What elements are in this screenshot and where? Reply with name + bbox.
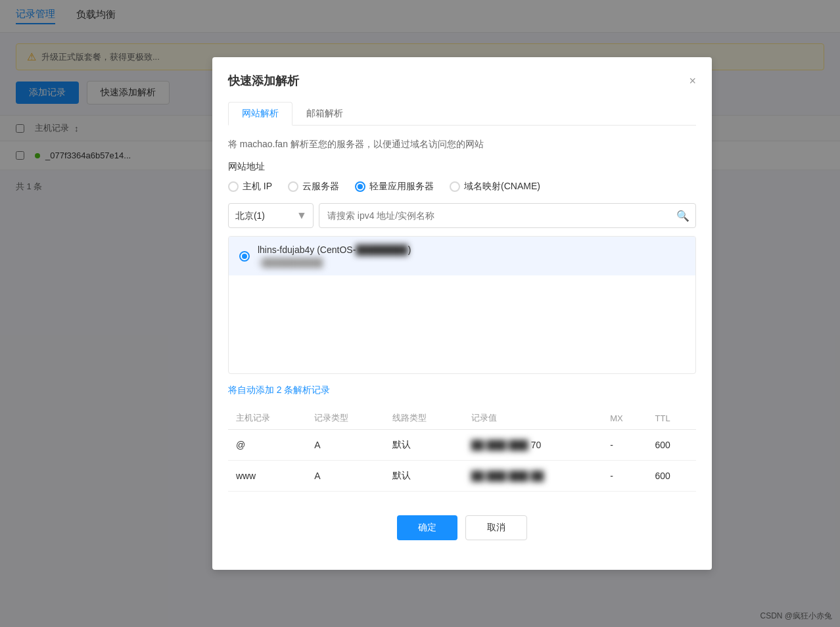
radio-cname[interactable]: 域名映射(CNAME) (450, 181, 540, 193)
radio-circle-cname (450, 181, 460, 192)
row1-type: A (306, 430, 385, 461)
col-ttl: TTL (647, 407, 696, 430)
radio-lightweight-server[interactable]: 轻量应用服务器 (355, 181, 434, 193)
radio-label-lightweight: 轻量应用服务器 (369, 181, 434, 193)
server-search-input[interactable] (319, 203, 696, 228)
modal-tabs: 网站解析 邮箱解析 (228, 102, 696, 126)
row2-type: A (306, 461, 385, 492)
radio-label-cname: 域名映射(CNAME) (464, 181, 540, 193)
modal-title: 快速添加解析 (228, 73, 299, 89)
server-info: lhins-fdujab4y (CentOS-████████) 1██████… (258, 244, 411, 267)
radio-label-cloud: 云服务器 (302, 181, 339, 193)
col-mx: MX (602, 407, 647, 430)
server-item[interactable]: lhins-fdujab4y (CentOS-████████) 1██████… (229, 237, 695, 275)
modal-header: 快速添加解析 × (228, 73, 696, 89)
radio-label-host-ip: 主机 IP (243, 181, 272, 193)
auto-add-notice: 将自动添加 2 条解析记录 (228, 384, 696, 396)
search-input-wrap: 🔍 (319, 203, 696, 228)
server-name: lhins-fdujab4y (CentOS-████████) (258, 244, 411, 255)
close-button[interactable]: × (689, 75, 696, 87)
records-table: 主机记录 记录类型 线路类型 记录值 MX TTL @ A 默认 ██ ███ … (228, 407, 696, 492)
radio-host-ip[interactable]: 主机 IP (228, 181, 272, 193)
region-select-wrap: 北京(1) 上海 广州 深圳 ▼ (228, 203, 314, 228)
server-list[interactable]: lhins-fdujab4y (CentOS-████████) 1██████… (228, 236, 696, 374)
search-icon-button[interactable]: 🔍 (676, 210, 689, 222)
region-select[interactable]: 北京(1) 上海 广州 深圳 (228, 203, 314, 228)
server-name-blurred: ████████ (356, 244, 408, 255)
modal-description: 将 machao.fan 解析至您的服务器，以便通过域名访问您的网站 (228, 139, 696, 151)
modal-dialog: 快速添加解析 × 网站解析 邮箱解析 将 machao.fan 解析至您的服务器… (212, 57, 712, 570)
server-type-radio-group: 主机 IP 云服务器 轻量应用服务器 域名映射(CNAME) (228, 181, 696, 193)
tab-email[interactable]: 邮箱解析 (292, 102, 357, 126)
row2-host: www (228, 461, 306, 492)
col-record-value: 记录值 (463, 407, 603, 430)
tab-website[interactable]: 网站解析 (228, 102, 292, 126)
col-record-type: 记录类型 (306, 407, 385, 430)
confirm-button[interactable]: 确定 (397, 515, 457, 540)
row2-value: ██ ███ ███ ██ (463, 461, 603, 492)
server-selector-row: 北京(1) 上海 广州 深圳 ▼ 🔍 (228, 203, 696, 228)
col-host-record: 主机记录 (228, 407, 306, 430)
radio-cloud-server[interactable]: 云服务器 (288, 181, 339, 193)
modal-footer: 确定 取消 (228, 507, 696, 540)
server-radio-selected (239, 251, 250, 262)
table-row-2: www A 默认 ██ ███ ███ ██ - 600 (228, 461, 696, 492)
server-ip: 1██████████ (258, 258, 411, 267)
row1-ttl: 600 (647, 430, 696, 461)
section-label: 网站地址 (228, 161, 696, 173)
table-row-1: @ A 默认 ██ ███ ███ 70 - 600 (228, 430, 696, 461)
row2-mx: - (602, 461, 647, 492)
radio-circle-cloud (288, 181, 298, 192)
row1-value: ██ ███ ███ 70 (463, 430, 603, 461)
row1-line: 默认 (385, 430, 463, 461)
radio-circle-lightweight (355, 181, 365, 192)
row2-line: 默认 (385, 461, 463, 492)
row1-host: @ (228, 430, 306, 461)
row1-mx: - (602, 430, 647, 461)
radio-circle-host-ip (228, 181, 239, 192)
col-line-type: 线路类型 (385, 407, 463, 430)
cancel-button[interactable]: 取消 (465, 515, 527, 540)
row2-ttl: 600 (647, 461, 696, 492)
